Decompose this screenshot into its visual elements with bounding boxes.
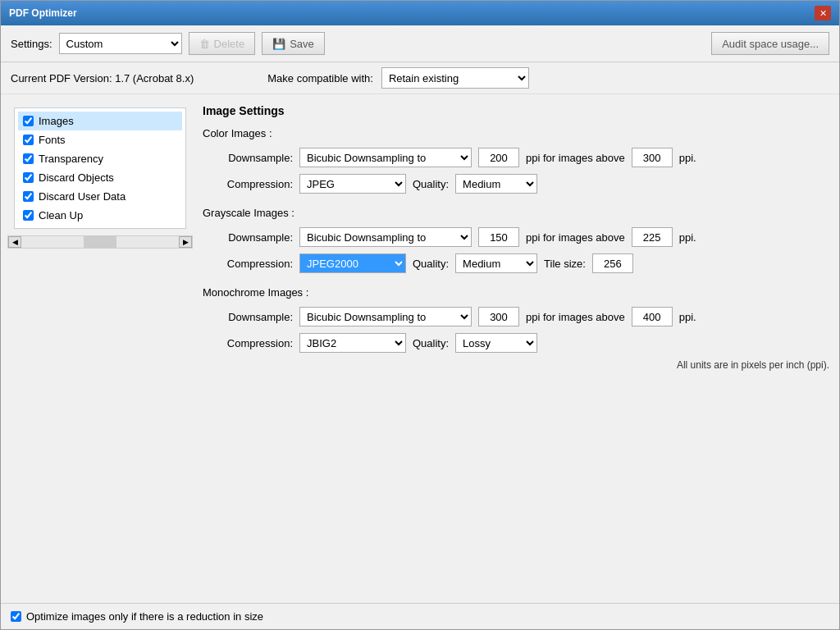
- sidebar: Images Fonts Transparency Discard Object…: [14, 107, 186, 229]
- optimize-label: Optimize images only if there is a reduc…: [26, 610, 263, 623]
- settings-select[interactable]: Custom Standard Minimum File Size: [59, 33, 182, 54]
- sidebar-item-label: Images: [39, 115, 74, 127]
- save-button[interactable]: 💾 Save: [262, 32, 325, 55]
- gray-downsample-label: Downsample:: [203, 231, 293, 244]
- sidebar-item-discard-objects[interactable]: Discard Objects: [18, 168, 182, 187]
- color-ppi-above-text: ppi for images above: [526, 152, 625, 164]
- gray-tile-input[interactable]: [592, 253, 633, 273]
- sidebar-item-cleanup[interactable]: Clean Up: [18, 206, 182, 225]
- color-ppi-above-input[interactable]: [632, 148, 673, 167]
- images-checkbox[interactable]: [23, 116, 34, 126]
- color-compression-row: Compression: JPEG JPEG2000 ZIP None Qual…: [203, 174, 829, 194]
- discard-user-data-checkbox[interactable]: [23, 191, 34, 202]
- gray-ppi-above-text: ppi for images above: [526, 231, 625, 244]
- color-downsample-label: Downsample:: [203, 152, 293, 164]
- color-ppi-unit: ppi.: [679, 152, 696, 164]
- mono-quality-select[interactable]: Lossy Lossless: [455, 333, 537, 353]
- gray-ppi-input[interactable]: [478, 227, 519, 247]
- sidebar-item-label: Clean Up: [39, 209, 83, 221]
- mono-quality-label: Quality:: [413, 337, 449, 349]
- units-note: All units are in pixels per inch (ppi).: [203, 359, 829, 371]
- sidebar-item-transparency[interactable]: Transparency: [18, 149, 182, 168]
- color-images-title: Color Images :: [203, 127, 829, 139]
- settings-label: Settings:: [11, 38, 52, 50]
- gray-tile-label: Tile size:: [544, 258, 586, 270]
- sidebar-item-label: Fonts: [39, 134, 66, 146]
- gray-ppi-above-input[interactable]: [632, 227, 673, 247]
- save-icon: 💾: [272, 38, 285, 50]
- compat-select[interactable]: Retain existing Acrobat 4 and later Acro…: [381, 67, 529, 89]
- mono-compression-label: Compression:: [203, 337, 293, 349]
- gray-compression-label: Compression:: [203, 258, 293, 270]
- transparency-checkbox[interactable]: [23, 153, 34, 164]
- mono-ppi-input[interactable]: [478, 307, 519, 326]
- footer: Optimize images only if there is a reduc…: [1, 603, 839, 629]
- gray-quality-select[interactable]: Low Medium High Maximum Minimum: [455, 253, 537, 273]
- sidebar-item-discard-user-data[interactable]: Discard User Data: [18, 187, 182, 206]
- sidebar-item-label: Discard Objects: [39, 171, 114, 184]
- mono-images-title: Monochrome Images :: [203, 286, 829, 299]
- gray-downsample-row: Downsample: Bicubic Downsampling to Aver…: [203, 227, 829, 247]
- color-downsample-select[interactable]: Bicubic Downsampling to Average Downsamp…: [299, 148, 472, 167]
- color-compression-label: Compression:: [203, 178, 293, 190]
- mono-ppi-above-input[interactable]: [632, 307, 673, 326]
- mono-compression-select[interactable]: JBIG2 CCITT Group 3 CCITT Group 4 ZIP No…: [299, 333, 406, 353]
- mono-downsample-label: Downsample:: [203, 311, 293, 323]
- sidebar-item-fonts[interactable]: Fonts: [18, 130, 182, 149]
- window-title: PDF Optimizer: [9, 7, 77, 19]
- pdf-version-text: Current PDF Version: 1.7 (Acrobat 8.x): [11, 72, 194, 84]
- right-panel: Image Settings Color Images : Downsample…: [193, 94, 839, 603]
- cleanup-checkbox[interactable]: [23, 210, 34, 221]
- audit-space-button[interactable]: Audit space usage...: [711, 32, 829, 55]
- gray-ppi-unit: ppi.: [679, 231, 696, 244]
- fonts-checkbox[interactable]: [23, 135, 34, 145]
- color-compression-select[interactable]: JPEG JPEG2000 ZIP None: [299, 174, 406, 194]
- sidebar-item-images[interactable]: Images: [18, 112, 182, 130]
- scroll-right-btn[interactable]: ▶: [179, 236, 192, 248]
- mono-downsample-select[interactable]: Bicubic Downsampling to Average Downsamp…: [299, 307, 472, 326]
- color-quality-select[interactable]: Low Medium High Maximum Minimum: [455, 174, 537, 194]
- discard-objects-checkbox[interactable]: [23, 172, 34, 183]
- gray-quality-label: Quality:: [413, 258, 449, 270]
- mono-ppi-unit: ppi.: [679, 311, 696, 323]
- optimize-checkbox[interactable]: [11, 611, 21, 622]
- color-quality-label: Quality:: [413, 178, 449, 190]
- gray-compression-select[interactable]: JPEG2000 JPEG ZIP None: [299, 253, 406, 273]
- scroll-left-btn[interactable]: ◀: [8, 236, 21, 248]
- grayscale-images-title: Grayscale Images :: [203, 207, 829, 219]
- gray-compression-row: Compression: JPEG2000 JPEG ZIP None Qual…: [203, 253, 829, 273]
- color-ppi-input[interactable]: [478, 148, 519, 167]
- delete-button[interactable]: 🗑 Delete: [189, 32, 256, 55]
- section-title: Image Settings: [203, 104, 829, 117]
- make-compat-label: Make compatible with:: [267, 72, 373, 84]
- delete-icon: 🗑: [199, 38, 210, 50]
- mono-ppi-above-text: ppi for images above: [526, 311, 625, 323]
- color-downsample-row: Downsample: Bicubic Downsampling to Aver…: [203, 148, 829, 167]
- close-button[interactable]: ✕: [815, 6, 831, 21]
- mono-downsample-row: Downsample: Bicubic Downsampling to Aver…: [203, 307, 829, 326]
- gray-downsample-select[interactable]: Bicubic Downsampling to Average Downsamp…: [299, 227, 472, 247]
- sidebar-item-label: Discard User Data: [39, 190, 126, 203]
- mono-compression-row: Compression: JBIG2 CCITT Group 3 CCITT G…: [203, 333, 829, 353]
- sidebar-item-label: Transparency: [39, 153, 103, 165]
